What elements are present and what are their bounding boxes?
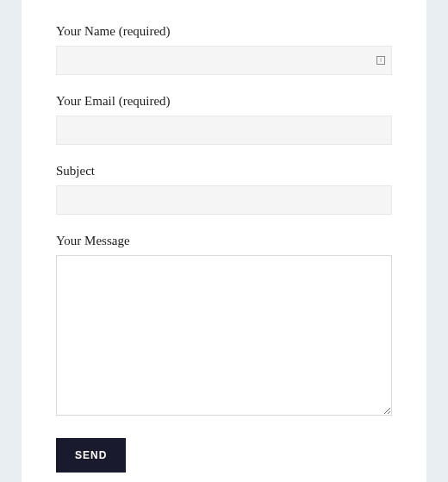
send-button[interactable]: SEND xyxy=(56,438,126,473)
message-label: Your Message xyxy=(56,234,392,248)
page-wrapper: Your Name (required) i Your Email (requi… xyxy=(0,0,448,482)
message-field-group: Your Message xyxy=(56,234,392,419)
contact-form-card: Your Name (required) i Your Email (requi… xyxy=(22,0,426,482)
name-label: Your Name (required) xyxy=(56,24,392,39)
subject-field-group: Subject xyxy=(56,164,392,215)
subject-input[interactable] xyxy=(56,185,392,215)
email-label: Your Email (required) xyxy=(56,94,392,109)
name-field-group: Your Name (required) i xyxy=(56,24,392,75)
name-input-wrapper: i xyxy=(56,46,392,75)
email-input[interactable] xyxy=(56,116,392,145)
subject-label: Subject xyxy=(56,164,392,178)
name-input[interactable] xyxy=(56,46,392,75)
autofill-icon: i xyxy=(376,56,385,65)
message-textarea[interactable] xyxy=(56,255,392,416)
email-field-group: Your Email (required) xyxy=(56,94,392,145)
